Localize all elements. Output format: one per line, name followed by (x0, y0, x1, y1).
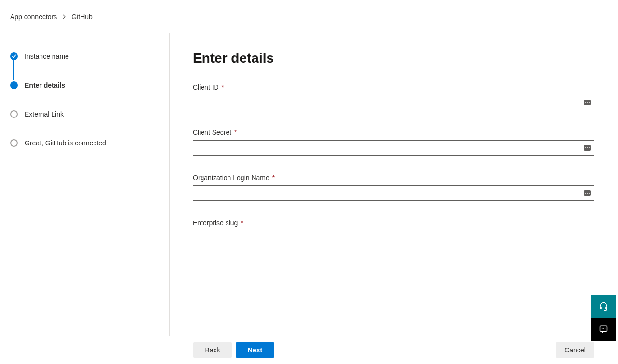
breadcrumb-root-link[interactable]: App connectors (10, 13, 57, 21)
step-connector (13, 60, 14, 80)
field-client-id: Client ID * (193, 83, 594, 110)
svg-point-5 (605, 328, 606, 329)
org-login-name-input[interactable] (193, 185, 594, 201)
page-title: Enter details (193, 51, 594, 66)
step-connector (14, 89, 14, 109)
more-icon[interactable] (584, 190, 591, 196)
field-label: Client Secret * (193, 129, 594, 136)
field-label-text: Client ID (193, 83, 219, 91)
checkmark-icon (10, 52, 18, 60)
next-button[interactable]: Next (236, 342, 274, 358)
svg-rect-0 (600, 306, 602, 309)
field-label: Client ID * (193, 83, 594, 91)
wizard-steps: Instance name Enter details External Lin… (10, 52, 160, 148)
input-wrap (193, 95, 594, 110)
field-label: Enterprise slug * (193, 219, 594, 227)
svg-rect-1 (605, 306, 607, 309)
wizard-step-connected[interactable]: Great, GitHub is connected (10, 138, 160, 148)
breadcrumb: App connectors GitHub (0, 0, 618, 33)
svg-point-4 (603, 328, 604, 329)
chevron-right-icon (62, 13, 67, 21)
footer-left-buttons: Back Next (193, 342, 274, 358)
floating-action-buttons (591, 295, 616, 341)
field-label-text: Organization Login Name (193, 174, 269, 182)
back-button[interactable]: Back (193, 342, 232, 358)
input-wrap (193, 185, 594, 201)
headset-icon (599, 301, 608, 312)
body-area: Instance name Enter details External Lin… (0, 33, 618, 336)
field-client-secret: Client Secret * (193, 129, 594, 156)
pending-step-icon (10, 110, 18, 118)
required-indicator: * (241, 219, 243, 227)
field-label: Organization Login Name * (193, 174, 594, 182)
wizard-step-label: External Link (25, 110, 64, 118)
client-id-input[interactable] (193, 95, 594, 110)
help-button[interactable] (591, 295, 616, 318)
wizard-step-instance-name[interactable]: Instance name (10, 52, 160, 61)
wizard-step-enter-details[interactable]: Enter details (10, 80, 160, 90)
more-icon[interactable] (584, 145, 591, 151)
required-indicator: * (234, 129, 237, 136)
page-root: App connectors GitHub Instance name Ente… (0, 0, 618, 364)
input-wrap (193, 231, 594, 246)
cancel-button[interactable]: Cancel (556, 342, 594, 358)
wizard-steps-panel: Instance name Enter details External Lin… (0, 33, 170, 336)
wizard-step-external-link[interactable]: External Link (10, 109, 160, 119)
feedback-button[interactable] (591, 318, 616, 341)
field-label-text: Client Secret (193, 129, 231, 136)
footer-right-buttons: Cancel (556, 342, 594, 358)
pending-step-icon (10, 139, 18, 147)
wizard-step-label: Enter details (25, 81, 65, 89)
input-wrap (193, 140, 594, 156)
field-enterprise-slug: Enterprise slug * (193, 219, 594, 246)
field-org-login-name: Organization Login Name * (193, 174, 594, 201)
wizard-step-label: Great, GitHub is connected (25, 139, 106, 147)
enterprise-slug-input[interactable] (193, 231, 594, 246)
required-indicator: * (272, 174, 275, 182)
step-connector (14, 118, 14, 138)
client-secret-input[interactable] (193, 140, 594, 156)
required-indicator: * (222, 83, 224, 91)
svg-point-3 (602, 328, 603, 329)
current-step-icon (10, 81, 18, 89)
more-icon[interactable] (584, 100, 591, 105)
field-label-text: Enterprise slug (193, 219, 238, 227)
main-panel: Enter details Client ID * Client Secret … (170, 33, 618, 336)
wizard-footer: Back Next Cancel (0, 336, 618, 364)
chat-icon (599, 325, 608, 336)
wizard-step-label: Instance name (25, 52, 69, 60)
breadcrumb-current: GitHub (71, 13, 93, 21)
